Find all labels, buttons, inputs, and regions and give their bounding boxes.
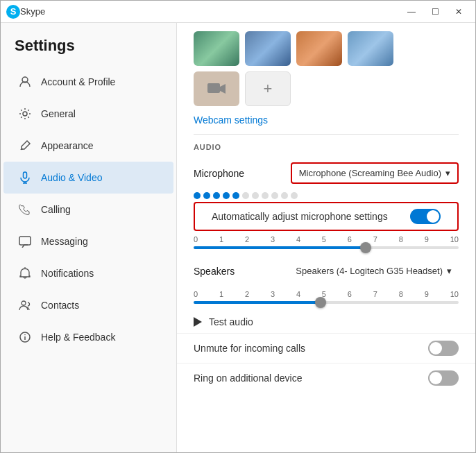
sidebar-item-notifications-label: Notifications: [41, 268, 94, 279]
speakers-chevron-icon: ▾: [447, 266, 452, 276]
sidebar: Settings Account & Profile Ge: [1, 23, 177, 452]
app-title: Skype: [20, 6, 400, 17]
sidebar-item-appearance-label: Appearance: [41, 140, 94, 151]
close-button[interactable]: ✕: [448, 3, 470, 20]
ring-device-row: Ring on additional device: [177, 363, 475, 393]
mic-slider-thumb[interactable]: [360, 242, 371, 253]
auto-adjust-label: Automatically adjust microphone settings: [212, 211, 388, 222]
sidebar-item-help-label: Help & Feedback: [41, 332, 115, 343]
speakers-dropdown[interactable]: Speakers (4- Logitech G35 Headset) ▾: [289, 262, 459, 280]
vol-dot-11: [291, 192, 298, 199]
spk-slider-fill: [194, 301, 321, 304]
video-thumbnails: [177, 23, 475, 71]
mic-icon: [17, 170, 33, 185]
sidebar-item-help[interactable]: Help & Feedback: [3, 321, 173, 353]
sidebar-item-calling[interactable]: Calling: [3, 194, 173, 225]
sidebar-item-account[interactable]: Account & Profile: [3, 66, 173, 98]
gear-icon: [17, 106, 33, 121]
webcam-settings-link[interactable]: Webcam settings: [177, 112, 475, 134]
main-content: Settings Account & Profile Ge: [1, 23, 475, 452]
sidebar-item-messaging[interactable]: Messaging: [3, 225, 173, 257]
video-thumb-2[interactable]: [245, 31, 291, 66]
sidebar-item-audio-video-label: Audio & Video: [41, 172, 102, 183]
video-thumb-1[interactable]: [194, 31, 239, 66]
spk-slider-labels: 0 1 2 3 4 5 6 7 8 9 10: [194, 290, 459, 298]
info-icon: [17, 330, 33, 345]
sidebar-item-contacts-label: Contacts: [41, 300, 79, 311]
svg-rect-2: [24, 172, 27, 178]
mic-slider-labels: 0 1 2 3 4 5 6 7 8 9 10: [194, 235, 459, 243]
sidebar-item-appearance[interactable]: Appearance: [3, 130, 173, 162]
sidebar-item-account-label: Account & Profile: [41, 76, 115, 87]
mic-slider-track[interactable]: [194, 246, 459, 249]
vol-dot-3: [213, 192, 220, 199]
main-panel: + Webcam settings AUDIO Microphone Micro…: [177, 23, 475, 452]
title-bar: S Skype — ☐ ✕: [1, 1, 475, 23]
svg-rect-10: [207, 83, 220, 93]
vol-dot-8: [262, 192, 269, 199]
unmute-row: Unmute for incoming calls: [177, 333, 475, 363]
video-thumb-4[interactable]: [348, 31, 393, 66]
test-audio-label: Test audio: [209, 316, 253, 327]
sidebar-item-notifications[interactable]: Notifications: [3, 257, 173, 289]
chat-icon: [17, 234, 33, 249]
video-thumb-3[interactable]: [296, 31, 342, 66]
sidebar-item-general-label: General: [41, 108, 76, 119]
unmute-label: Unmute for incoming calls: [194, 343, 305, 354]
microphone-row: Microphone Microphone (Screaming Bee Aud…: [177, 157, 475, 189]
speakers-slider-container: 0 1 2 3 4 5 6 7 8 9 10: [177, 286, 475, 311]
phone-icon: [17, 202, 33, 217]
spk-slider-thumb[interactable]: [315, 297, 326, 308]
window-controls: — ☐ ✕: [400, 3, 470, 20]
spk-slider-track[interactable]: [194, 301, 459, 304]
svg-point-9: [24, 334, 26, 336]
dropdown-chevron-icon: ▾: [445, 168, 450, 178]
sidebar-item-messaging-label: Messaging: [41, 236, 88, 247]
mic-slider-fill: [194, 246, 366, 249]
svg-point-6: [22, 301, 26, 305]
speakers-value: Speakers (4- Logitech G35 Headset): [296, 266, 443, 276]
svg-rect-5: [19, 237, 31, 245]
vol-dot-6: [242, 192, 249, 199]
volume-indicator: [177, 189, 475, 202]
sidebar-item-contacts[interactable]: Contacts: [3, 289, 173, 321]
vol-dot-2: [203, 192, 210, 199]
brush-icon: [17, 138, 33, 153]
app-window: S Skype — ☐ ✕ Settings Account & Profile: [0, 0, 476, 453]
ring-device-label: Ring on additional device: [194, 373, 302, 384]
microphone-dropdown[interactable]: Microphone (Screaming Bee Audio) ▾: [291, 162, 459, 184]
vol-dot-7: [252, 192, 259, 199]
play-icon: [194, 317, 202, 327]
microphone-slider-container: 0 1 2 3 4 5 6 7 8 9 10: [177, 231, 475, 256]
vol-dot-5: [232, 192, 239, 199]
settings-title: Settings: [1, 28, 176, 66]
auto-adjust-toggle[interactable]: [410, 209, 441, 224]
speakers-row: Speakers Speakers (4- Logitech G35 Heads…: [177, 256, 475, 286]
minimize-button[interactable]: —: [400, 3, 423, 20]
add-video-button[interactable]: +: [245, 71, 291, 106]
vol-dot-4: [223, 192, 230, 199]
maximize-button[interactable]: ☐: [424, 3, 446, 20]
app-icon: S: [6, 5, 20, 19]
audio-section-label: AUDIO: [177, 135, 475, 157]
microphone-value: Microphone (Screaming Bee Audio): [299, 168, 441, 178]
unmute-toggle[interactable]: [428, 341, 459, 356]
vol-dot-1: [194, 192, 201, 199]
ring-device-toggle[interactable]: [428, 370, 459, 386]
vol-dot-10: [281, 192, 288, 199]
person-icon: [17, 74, 33, 89]
auto-adjust-row: Automatically adjust microphone settings: [194, 202, 459, 231]
video-thumb-5[interactable]: [194, 71, 239, 106]
sidebar-item-calling-label: Calling: [41, 204, 71, 215]
svg-point-1: [23, 112, 27, 116]
sidebar-item-audio-video[interactable]: Audio & Video: [3, 162, 173, 194]
people-icon: [17, 298, 33, 313]
speakers-label: Speakers: [194, 266, 235, 277]
bell-icon: [17, 266, 33, 281]
sidebar-item-general[interactable]: General: [3, 98, 173, 130]
vol-dot-9: [271, 192, 278, 199]
microphone-label: Microphone: [194, 168, 244, 179]
test-audio-row[interactable]: Test audio: [177, 311, 475, 333]
